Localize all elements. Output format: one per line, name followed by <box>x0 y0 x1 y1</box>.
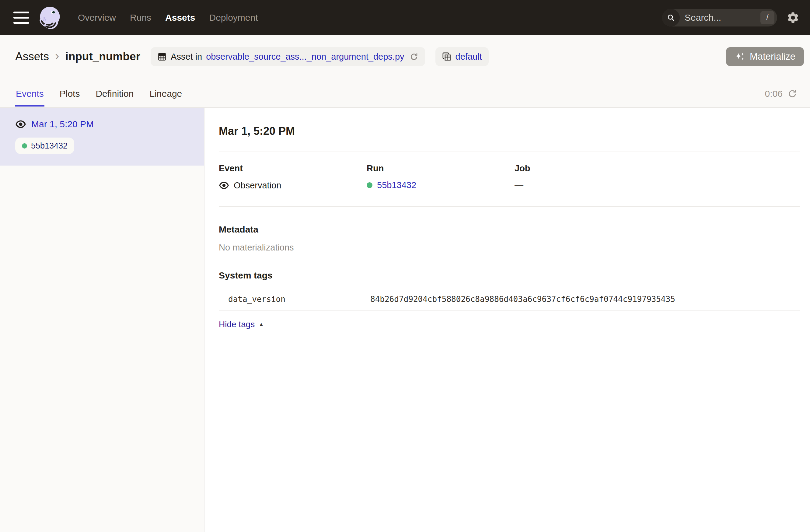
breadcrumb: Assets › input_number Asset in observabl… <box>0 35 810 66</box>
asset-group-pill: default <box>435 47 489 66</box>
event-detail-title: Mar 1, 5:20 PM <box>219 125 800 138</box>
sparkles-icon <box>734 51 745 62</box>
system-tags-heading: System tags <box>219 270 800 280</box>
asset-grid-icon <box>157 52 167 62</box>
page-title: input_number <box>65 50 140 63</box>
dagster-logo-icon[interactable] <box>37 5 63 30</box>
search-icon <box>662 9 680 27</box>
materialize-label: Materialize <box>750 51 795 62</box>
run-id-link[interactable]: 55b13432 <box>377 180 416 190</box>
job-column: Job — <box>515 163 800 191</box>
primary-nav: Overview Runs Assets Deployment <box>78 13 258 23</box>
page-header: Assets › input_number Asset in observabl… <box>0 35 810 108</box>
divider <box>219 206 800 207</box>
content-area: Mar 1, 5:20 PM 55b13432 Mar 1, 5:20 PM E… <box>0 108 810 532</box>
tag-value-cell: 84b26d7d9204cbf588026c8a9886d403a6c9637c… <box>361 288 800 310</box>
observation-eye-icon <box>219 180 229 191</box>
event-summary-columns: Event Observation Run 55b13432 <box>219 163 800 191</box>
job-value: — <box>515 180 800 190</box>
event-column-header: Event <box>219 163 367 174</box>
tab-plots[interactable]: Plots <box>59 81 81 107</box>
run-status-dot <box>22 143 27 148</box>
breadcrumb-assets-link[interactable]: Assets <box>15 50 49 63</box>
top-nav: Overview Runs Assets Deployment Search..… <box>0 0 810 35</box>
event-type-value: Observation <box>234 180 281 191</box>
collapse-caret-icon: ▲ <box>258 321 264 328</box>
nav-item-runs[interactable]: Runs <box>130 13 151 23</box>
system-tags-table: data_version 84b26d7d9204cbf588026c8a988… <box>219 288 800 310</box>
refresh-icon[interactable] <box>788 89 797 99</box>
run-column-header: Run <box>367 163 515 174</box>
tab-lineage[interactable]: Lineage <box>149 81 183 107</box>
asset-in-label: Asset in <box>171 52 202 62</box>
tab-events[interactable]: Events <box>15 81 45 107</box>
observation-eye-icon <box>15 119 26 130</box>
tab-definition[interactable]: Definition <box>95 81 134 107</box>
asset-group-link[interactable]: default <box>455 52 482 62</box>
search-placeholder: Search... <box>685 13 760 23</box>
hamburger-menu-icon[interactable] <box>13 12 29 24</box>
event-run-tag[interactable]: 55b13432 <box>15 138 74 154</box>
event-list-item-selected[interactable]: Mar 1, 5:20 PM 55b13432 <box>0 108 204 165</box>
hide-tags-label: Hide tags <box>219 320 255 329</box>
metadata-heading: Metadata <box>219 224 800 235</box>
run-column: Run 55b13432 <box>367 163 515 191</box>
nav-item-deployment[interactable]: Deployment <box>209 13 258 23</box>
divider <box>219 151 800 152</box>
search-shortcut-key: / <box>760 11 774 25</box>
refresh-countdown: 0:06 <box>765 88 783 99</box>
nav-item-assets[interactable]: Assets <box>165 13 195 23</box>
breadcrumb-chevron-icon: › <box>55 50 59 62</box>
refresh-timer: 0:06 <box>765 88 797 99</box>
job-column-header: Job <box>515 163 800 174</box>
events-sidebar: Mar 1, 5:20 PM 55b13432 <box>0 108 205 532</box>
search-input[interactable]: Search... / <box>662 9 777 27</box>
event-detail-panel: Mar 1, 5:20 PM Event Observation Run <box>205 108 810 532</box>
run-status-dot <box>367 182 372 188</box>
asset-definition-pill: Asset in observable_source_ass..._non_ar… <box>151 47 425 66</box>
reload-definition-icon[interactable] <box>409 52 418 61</box>
settings-gear-icon[interactable] <box>786 11 800 25</box>
event-timestamp: Mar 1, 5:20 PM <box>31 119 94 129</box>
hide-tags-link[interactable]: Hide tags ▲ <box>219 320 264 329</box>
asset-file-link[interactable]: observable_source_ass..._non_argument_de… <box>206 52 404 62</box>
asset-group-icon <box>442 52 452 62</box>
nav-item-overview[interactable]: Overview <box>78 13 116 23</box>
metadata-empty-text: No materializations <box>219 243 800 253</box>
event-run-id: 55b13432 <box>31 141 67 151</box>
materialize-button[interactable]: Materialize <box>726 47 804 66</box>
tag-key-cell: data_version <box>219 288 361 310</box>
event-column: Event Observation <box>219 163 367 191</box>
app-root: Overview Runs Assets Deployment Search..… <box>0 0 810 532</box>
tab-bar: Events Plots Definition Lineage <box>0 81 810 106</box>
